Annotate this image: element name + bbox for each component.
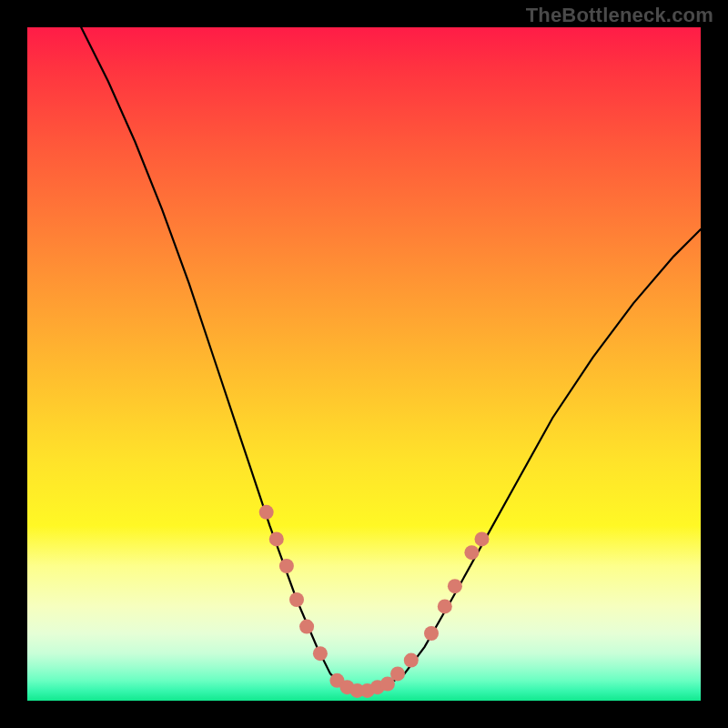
- data-dots-group: [259, 505, 490, 698]
- data-dot: [424, 626, 439, 641]
- data-dot: [279, 559, 294, 573]
- data-dot: [269, 531, 284, 546]
- bottleneck-curve: [81, 27, 701, 694]
- data-dot: [289, 592, 304, 607]
- chart-svg: [27, 27, 701, 701]
- data-dot: [475, 531, 490, 546]
- data-dot: [313, 646, 328, 661]
- watermark-text: TheBottleneck.com: [526, 4, 713, 27]
- data-dot: [448, 579, 462, 593]
- data-dot: [259, 505, 274, 520]
- data-dot: [299, 620, 314, 634]
- chart-frame: TheBottleneck.com: [0, 0, 728, 728]
- data-dot: [438, 599, 452, 613]
- data-dot: [390, 666, 405, 681]
- data-dot: [464, 545, 479, 560]
- data-dot: [404, 653, 419, 668]
- plot-area: [27, 27, 701, 701]
